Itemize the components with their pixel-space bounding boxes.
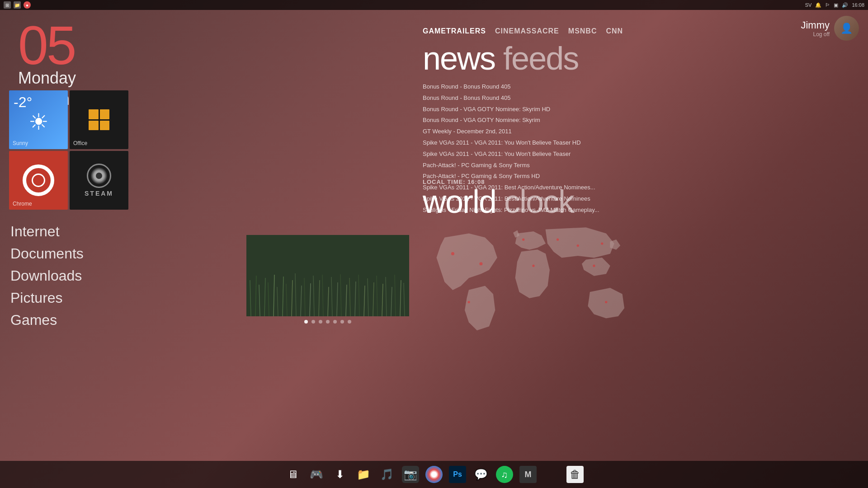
dock-trash[interactable]: 🗑 — [564, 464, 586, 485]
worldclock-section: LOCAL TIME: 16:08 world clock — [423, 178, 574, 218]
spotify-dock-icon: ♫ — [496, 466, 513, 483]
nav-links: Internet Documents Downloads Pictures Ga… — [7, 221, 87, 330]
download-arrow-icon: ⬇ — [331, 466, 349, 483]
nav-documents[interactable]: Documents — [7, 244, 87, 264]
user-info: Jimmy Log off — [801, 19, 830, 38]
tab-gametrailers[interactable]: GAMETRAILERS — [423, 27, 486, 35]
steam-text: STEAM — [85, 190, 113, 197]
news-item[interactable]: Pach-Attack! - PC Gaming & Sony Terms — [423, 160, 694, 171]
volume-icon[interactable]: 🔊 — [842, 2, 848, 8]
chrome-label: Chrome — [13, 201, 32, 207]
dock-camera[interactable]: 📷 — [400, 464, 421, 485]
flag-icon[interactable]: 🏳 — [825, 2, 830, 8]
news-item[interactable]: Spike VGAs 2011 - VGA 2011: You Won't Be… — [423, 137, 694, 149]
dock-chrome[interactable] — [423, 464, 445, 485]
svg-point-2 — [467, 301, 470, 303]
dock-chat[interactable]: 💬 — [470, 464, 492, 485]
worldclock-word1: world — [423, 183, 496, 220]
tiles-row-1: -2° ☀ Sunny Office — [9, 90, 128, 149]
dock-music[interactable]: 🎵 — [376, 464, 398, 485]
dock-spotify[interactable]: ♫ — [494, 464, 515, 485]
taskbar-top: ⊞ 📁 ● SV 🔔 🏳 ▣ 🔊 16:08 — [0, 0, 868, 10]
steam-tile[interactable]: STEAM — [70, 151, 128, 210]
system-tray: SV 🔔 🏳 ▣ 🔊 16:08 — [805, 2, 864, 8]
music-dock-icon: 🎵 — [378, 466, 396, 483]
dock-download[interactable]: ⬇ — [329, 464, 351, 485]
news-item[interactable]: Bonus Round - VGA GOTY Nominee: Skyrim H… — [423, 104, 694, 115]
trash-dock-icon: 🗑 — [566, 466, 584, 483]
steam-logo — [87, 164, 111, 188]
grid-icon[interactable]: ⊞ — [4, 1, 11, 9]
news-tabs: GAMETRAILERS CINEMASSACRE MSNBC CNN — [423, 27, 694, 35]
dot-5[interactable] — [333, 320, 337, 324]
monitor-icon: 🖥 — [284, 466, 302, 483]
app-icon-top[interactable]: ● — [24, 1, 31, 9]
folder-dock-icon: 📁 — [355, 466, 372, 483]
chat-dock-icon: 💬 — [472, 466, 490, 483]
office-tile[interactable]: Office — [70, 90, 128, 149]
dot-1[interactable] — [304, 320, 308, 324]
dock-photoshop[interactable]: Ps — [447, 464, 468, 485]
svg-point-5 — [577, 244, 579, 247]
taskbar-bottom: 🖥 🎮 ⬇ 📁 🎵 📷 Ps 💬 ♫ M 🗑 — [0, 461, 868, 488]
tiles-area: -2° ☀ Sunny Office Chrome STEAM — [9, 90, 128, 210]
slideshow — [246, 235, 409, 316]
worldclock-title: world clock — [423, 185, 574, 218]
svg-point-6 — [601, 242, 603, 244]
dock-monitor[interactable]: 🖥 — [282, 464, 304, 485]
weather-tile[interactable]: -2° ☀ Sunny — [9, 90, 68, 149]
svg-point-4 — [557, 239, 559, 241]
chrome-tile[interactable]: Chrome — [9, 151, 68, 210]
svg-point-3 — [522, 239, 524, 241]
dot-7[interactable] — [348, 320, 351, 324]
dock-windows[interactable] — [541, 464, 562, 485]
tab-cinemassacre[interactable]: CINEMASSACRE — [495, 27, 559, 35]
svg-rect-11 — [246, 235, 409, 316]
news-item[interactable]: GT Weekly - December 2nd, 2011 — [423, 126, 694, 137]
nav-downloads[interactable]: Downloads — [7, 266, 87, 286]
weather-label: Sunny — [13, 140, 28, 146]
logoff-button[interactable]: Log off — [801, 31, 830, 38]
dot-2[interactable] — [311, 320, 315, 324]
windows-dock-icon — [543, 466, 560, 483]
chrome-logo — [23, 164, 54, 196]
m-app-icon: M — [519, 466, 537, 483]
battery-icon: ▣ — [834, 2, 838, 8]
news-item[interactable]: Bonus Round - Bonus Round 405 — [423, 81, 694, 93]
dot-4[interactable] — [326, 320, 330, 324]
clock: 16:08 — [852, 2, 864, 8]
tiles-row-2: Chrome STEAM — [9, 151, 128, 210]
slideshow-dots — [246, 320, 409, 324]
sv-label: SV — [805, 2, 812, 8]
user-widget: Jimmy Log off 👤 — [801, 16, 859, 41]
dock-gamepad[interactable]: 🎮 — [306, 464, 327, 485]
tab-cnn[interactable]: CNN — [606, 27, 623, 35]
folder-icon-top[interactable]: 📁 — [14, 1, 21, 9]
worldclock-word2: clock — [504, 183, 574, 220]
taskbar-top-left: ⊞ 📁 ● — [4, 1, 31, 9]
user-name: Jimmy — [801, 19, 830, 31]
slideshow-image[interactable] — [246, 235, 409, 316]
svg-point-7 — [532, 265, 534, 267]
world-map: .land { fill: rgba(200,180,175,0.6); str… — [432, 221, 635, 334]
tab-msnbc[interactable]: MSNBC — [568, 27, 597, 35]
photoshop-icon: Ps — [449, 466, 466, 483]
gamepad-icon: 🎮 — [308, 466, 325, 483]
nav-internet[interactable]: Internet — [7, 221, 87, 242]
office-logo — [88, 108, 110, 131]
news-item[interactable]: Bonus Round - VGA GOTY Nominee: Skyrim — [423, 115, 694, 126]
dock-folder[interactable]: 📁 — [353, 464, 374, 485]
dot-6[interactable] — [340, 320, 344, 324]
nav-games[interactable]: Games — [7, 310, 87, 330]
date-day: 05 — [18, 18, 93, 72]
dot-3[interactable] — [319, 320, 322, 324]
weather-temp: -2° — [14, 94, 32, 111]
nav-pictures[interactable]: Pictures — [7, 288, 87, 308]
news-item[interactable]: Bonus Round - Bonus Round 405 — [423, 93, 694, 104]
notification-icon[interactable]: 🔔 — [815, 2, 821, 8]
dock-m-app[interactable]: M — [517, 464, 539, 485]
news-title: news feeds — [423, 42, 694, 75]
camera-dock-icon: 📷 — [402, 466, 419, 483]
news-word1: news — [423, 40, 495, 76]
news-item[interactable]: Spike VGAs 2011 - VGA 2011: You Won't Be… — [423, 149, 694, 160]
